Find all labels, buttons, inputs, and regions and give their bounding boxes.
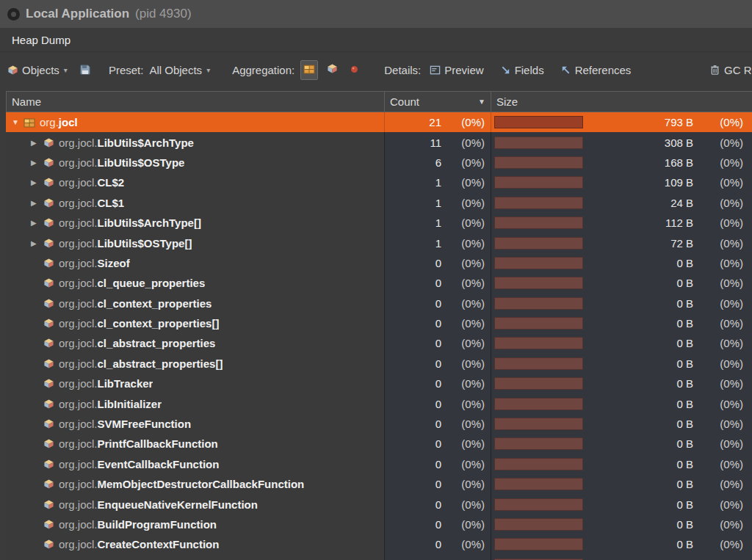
count-cell: 0(0%) (384, 534, 491, 554)
count-value: 0 (385, 277, 441, 289)
count-value: 0 (385, 518, 441, 531)
details-references-button[interactable]: References (560, 64, 632, 76)
row-label: org.jocl.cl_abstract_properties (59, 337, 215, 349)
size-percent: (0%) (693, 478, 743, 490)
table-row[interactable]: org.jocl.cl_queue_properties0(0%)0 B(0%) (6, 273, 752, 293)
size-percent: (0%) (693, 116, 743, 128)
table-row[interactable]: org.jocl.BuildProgramFunction0(0%)0 B(0%… (6, 514, 752, 534)
row-label: org.jocl.MemObjectDestructorCallbackFunc… (59, 478, 304, 490)
size-cell: 793 B(0%) (491, 112, 752, 132)
count-percent: (0%) (441, 418, 485, 430)
column-header-size[interactable]: Size (491, 92, 752, 112)
count-cell: 1(0%) (384, 172, 491, 192)
size-bar (494, 418, 583, 430)
details-preview-button[interactable]: Preview (430, 64, 483, 76)
size-cell: 0 B(0%) (491, 454, 752, 474)
save-button[interactable] (79, 64, 91, 76)
count-value: 0 (385, 418, 441, 430)
count-cell: 0(0%) (384, 374, 491, 393)
table-row[interactable]: org.jocl.PrintfCallbackFunction0(0%)0 B(… (6, 434, 752, 454)
class-name: cl_context_properties (98, 297, 212, 310)
class-name: LibUtils$ArchType[] (98, 217, 201, 229)
table-header: Name Count ▼ Size (6, 91, 752, 112)
name-cell: org.jocl.MemObjectDestructorCallbackFunc… (6, 474, 384, 494)
table-row[interactable]: ▶org.jocl.LibUtils$ArchType11(0%)308 B(0… (6, 132, 752, 152)
size-bar (494, 277, 583, 289)
size-cell: 0 B(0%) (491, 354, 752, 374)
count-cell: 0(0%) (384, 555, 491, 560)
table-row[interactable]: org.jocl.cl_abstract_properties0(0%)0 B(… (6, 333, 752, 353)
size-cell: 0 B(0%) (491, 434, 752, 454)
details-fields-button[interactable]: Fields (500, 64, 544, 76)
table-row[interactable]: ▶org.jocl.LibUtils$OSType[]1(0%)72 B(0%) (6, 233, 752, 252)
count-value: 11 (385, 137, 441, 149)
table-row[interactable]: ▼org.jocl21(0%)793 B(0%) (6, 112, 752, 132)
column-header-count[interactable]: Count ▼ (385, 92, 491, 112)
preset-dropdown[interactable]: All Objects ▾ (149, 64, 210, 76)
package-prefix: org.jocl. (59, 337, 98, 349)
expander-icon[interactable]: ▼ (12, 118, 24, 126)
count-column-label: Count (390, 95, 419, 108)
objects-dropdown[interactable]: Objects ▾ (7, 64, 68, 76)
aggregation-packages-button[interactable] (300, 60, 318, 80)
column-header-name[interactable]: Name (7, 92, 385, 112)
package-prefix: org.jocl. (59, 156, 98, 169)
table-row[interactable]: org.jocl.Sizeof0(0%)0 B(0%) (6, 253, 752, 273)
size-cell: 0 B(0%) (491, 294, 752, 313)
table-row[interactable]: org.jocl.CreateContextFunction0(0%)0 B(0… (6, 534, 752, 554)
expander-icon[interactable]: ▶ (31, 199, 43, 207)
class-name: CL$1 (98, 197, 125, 209)
expander-icon[interactable]: ▶ (31, 159, 43, 167)
class-icon (43, 519, 54, 531)
size-value: 793 B (583, 116, 693, 128)
preset-value: All Objects (149, 64, 202, 76)
expander-icon[interactable]: ▶ (31, 219, 43, 227)
name-column-label: Name (12, 95, 41, 108)
table-row[interactable]: ▶org.jocl.LibUtils$OSType6(0%)168 B(0%) (6, 153, 752, 172)
count-percent: (0%) (441, 377, 485, 390)
count-value: 0 (385, 398, 441, 410)
table-row[interactable]: org.jocl.EventCallbackFunction0(0%)0 B(0… (6, 454, 752, 474)
size-value: 168 B (583, 156, 693, 169)
table-row[interactable]: org.jocl.Pointer0(0%)0 B(0%) (6, 555, 752, 560)
row-label: org.jocl.cl_context_properties[] (59, 317, 219, 330)
class-icon (43, 217, 54, 229)
details-gcroots-button[interactable]: GC Roots (709, 64, 752, 76)
table-row[interactable]: org.jocl.cl_context_properties0(0%)0 B(0… (6, 294, 752, 313)
tab-heap-dump[interactable]: Heap Dump (12, 34, 70, 46)
size-percent: (0%) (693, 237, 743, 250)
count-percent: (0%) (441, 538, 485, 550)
count-percent: (0%) (441, 297, 485, 310)
table-row[interactable]: ▶org.jocl.CL$11(0%)24 B(0%) (6, 193, 752, 213)
size-bar (494, 137, 583, 149)
count-cell: 0(0%) (384, 393, 491, 413)
package-prefix: org.jocl. (59, 498, 98, 511)
expander-icon[interactable]: ▶ (31, 239, 43, 247)
table-row[interactable]: ▶org.jocl.LibUtils$ArchType[]1(0%)112 B(… (6, 213, 752, 233)
table-row[interactable]: org.jocl.cl_context_properties[]0(0%)0 B… (6, 313, 752, 333)
window-pid: (pid 4930) (135, 7, 192, 21)
expander-icon[interactable]: ▶ (31, 139, 43, 147)
count-value: 0 (385, 478, 441, 490)
class-icon (43, 458, 54, 470)
aggregation-classes-button[interactable] (324, 60, 341, 79)
name-cell: org.jocl.Sizeof (6, 253, 384, 273)
count-cell: 1(0%) (384, 193, 491, 213)
table-row[interactable]: org.jocl.EnqueueNativeKernelFunction0(0%… (6, 494, 752, 514)
package-icon (24, 117, 35, 128)
name-cell: org.jocl.PrintfCallbackFunction (6, 434, 384, 454)
table-row[interactable]: org.jocl.LibTracker0(0%)0 B(0%) (6, 374, 752, 393)
package-prefix: org.jocl. (59, 257, 98, 269)
package-prefix: org.jocl. (59, 398, 98, 410)
table-row[interactable]: org.jocl.MemObjectDestructorCallbackFunc… (6, 474, 752, 494)
size-percent: (0%) (693, 337, 743, 349)
table-row[interactable]: org.jocl.SVMFreeFunction0(0%)0 B(0%) (6, 414, 752, 434)
table-row[interactable]: org.jocl.cl_abstract_properties[]0(0%)0 … (6, 354, 752, 374)
count-cell: 0(0%) (384, 454, 491, 474)
table-row[interactable]: org.jocl.LibInitializer0(0%)0 B(0%) (6, 393, 752, 413)
expander-icon[interactable]: ▶ (31, 178, 43, 186)
row-label: org.jocl.LibUtils$OSType (59, 156, 184, 169)
aggregation-instances-button[interactable] (347, 61, 362, 79)
class-icon (43, 137, 54, 148)
table-row[interactable]: ▶org.jocl.CL$21(0%)109 B(0%) (6, 172, 752, 192)
